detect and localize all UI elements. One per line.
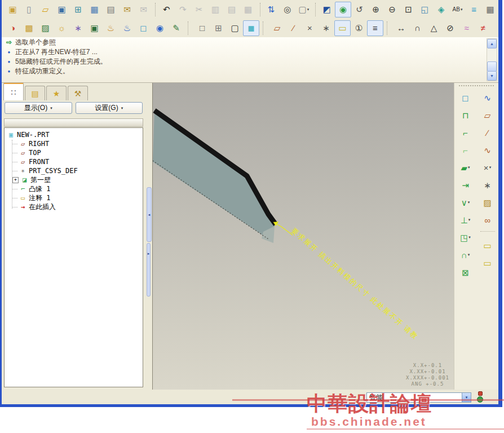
scene-icon[interactable]: ▩: [21, 20, 37, 36]
smt-flange-wall-icon[interactable]: ⌐: [457, 125, 474, 140]
diameter-dim-icon[interactable]: ⊘: [442, 20, 458, 36]
graphics-area[interactable]: 要求展开 搞出开料模的尺寸 此处展不开 请教 X.X+-0.1 X.XX+-0.…: [152, 83, 454, 390]
scroll-down-icon[interactable]: ▼: [487, 71, 497, 81]
smt-form-icon[interactable]: ∩▾: [457, 247, 474, 263]
note-value-icon[interactable]: ①: [351, 20, 367, 36]
tab-model-tree[interactable]: ∷: [3, 82, 24, 100]
print-icon[interactable]: ▤: [103, 2, 119, 17]
tree-item-top[interactable]: ▱TOP: [5, 148, 143, 157]
selection-filter-combobox[interactable]: 智能 ▾: [366, 392, 471, 403]
selection-filter-icon[interactable]: ◉: [335, 2, 351, 17]
paste-icon[interactable]: ▤: [224, 2, 240, 17]
hidden-line-icon[interactable]: ⊞: [210, 20, 227, 36]
collapse-left-handle[interactable]: ◂: [147, 187, 152, 242]
tree-item-prt-csys-def[interactable]: ∗PRT_CSYS_DEF: [5, 166, 143, 175]
plane-display-icon[interactable]: ▱: [269, 20, 285, 36]
regenerate-icon[interactable]: ⇅: [263, 2, 279, 17]
tab-favorites[interactable]: ★: [46, 86, 67, 100]
smt-flat-pattern-icon[interactable]: ⊠: [457, 264, 474, 280]
show-button[interactable]: 显示(O) ▾: [5, 102, 72, 114]
tree-item-new-prt[interactable]: ▣NEW-.PRT: [5, 130, 143, 139]
sketch-tool-icon[interactable]: ∿: [479, 90, 496, 105]
delete-ref-dim-icon[interactable]: ≠: [475, 20, 491, 36]
smt-rip-icon[interactable]: ⇥: [457, 177, 474, 193]
expander-icon[interactable]: +: [12, 177, 19, 183]
smt-unbend-icon[interactable]: ⊥▾: [457, 212, 474, 228]
tree-item-first-wall[interactable]: +◪第一壁: [5, 175, 143, 184]
reference-dim-icon[interactable]: ≈: [458, 20, 475, 36]
room-editor-icon[interactable]: ▨: [37, 20, 54, 36]
message-scrollbar[interactable]: ▲ ▼: [487, 38, 497, 81]
save-status-icon[interactable]: ⊞: [70, 2, 86, 17]
smt-unattached-wall-icon[interactable]: ▰▾: [457, 160, 474, 175]
csys-tool-icon[interactable]: ∗: [479, 177, 496, 193]
render-control-icon[interactable]: ◉: [152, 20, 168, 36]
redo-icon[interactable]: ↷: [175, 2, 191, 17]
no-hidden-icon[interactable]: ▢: [227, 20, 243, 36]
scroll-up-icon[interactable]: ▲: [487, 39, 497, 48]
tree-item-right[interactable]: ▱RIGHT: [5, 139, 143, 148]
scroll-thumb[interactable]: [487, 61, 497, 72]
tree-item-flange-1[interactable]: ⌐凸缘 1: [5, 184, 143, 193]
smt-bend-icon[interactable]: ∨▾: [457, 195, 474, 210]
axis-display-icon[interactable]: ∕: [285, 20, 302, 36]
tree-item-note-1[interactable]: ▭注释 1: [5, 193, 143, 202]
combobox-arrow-icon[interactable]: ▾: [462, 393, 471, 402]
settings-button[interactable]: 设置(G) ▾: [76, 102, 143, 114]
smt-partial-wall-icon[interactable]: ⌐: [457, 142, 474, 158]
open-file-icon[interactable]: ▱: [37, 2, 54, 17]
3d-note-text[interactable]: 要求展开 搞出开料模的尺寸 此处展不开 请教: [290, 226, 420, 341]
lights-icon[interactable]: ☼: [54, 20, 70, 36]
chain-icon[interactable]: ∞: [479, 212, 496, 228]
orient-mode-icon[interactable]: ◱: [417, 2, 433, 17]
render-window-icon[interactable]: ♨: [119, 20, 135, 36]
csys-display-icon[interactable]: ∗: [318, 20, 334, 36]
appearance-icon[interactable]: ◑: [5, 20, 21, 36]
paste-special-icon[interactable]: ▦: [240, 2, 257, 17]
layers-icon[interactable]: ≡: [466, 2, 482, 17]
smt-corner-relief-icon[interactable]: ◳▾: [457, 229, 474, 245]
zoom-out-icon[interactable]: ⊖: [384, 2, 400, 17]
view-repaint-icon[interactable]: ◩: [319, 2, 335, 17]
datum-curve-tool-icon[interactable]: ∿: [479, 142, 496, 158]
smt-extrude-icon[interactable]: ◻: [457, 90, 474, 105]
select-working-directory-icon[interactable]: ▣: [5, 2, 21, 17]
note-tool-icon[interactable]: ▭: [479, 237, 496, 253]
expand-right-handle[interactable]: ▸: [147, 243, 151, 297]
sheetmetal-face[interactable]: [153, 111, 275, 239]
tab-connections[interactable]: ⚒: [68, 86, 88, 100]
datum-plane-tool-icon[interactable]: ▱: [479, 107, 496, 123]
perspective-render-icon[interactable]: ♨: [103, 20, 119, 36]
smt-flat-wall-icon[interactable]: ⊓: [457, 107, 474, 123]
annotation-display-icon[interactable]: ▭: [334, 20, 351, 36]
save-icon[interactable]: ▣: [54, 2, 70, 17]
copy-icon[interactable]: ▥: [207, 2, 224, 17]
note-group-icon[interactable]: ▭: [479, 255, 496, 271]
email-link-icon[interactable]: ✉: [135, 2, 152, 17]
note-leader-icon[interactable]: ≡: [367, 20, 383, 36]
datum-point-tool-icon[interactable]: ×▾: [479, 160, 496, 175]
backup-icon[interactable]: ▦: [86, 2, 103, 17]
effects-icon[interactable]: ∗: [70, 20, 86, 36]
cut-icon[interactable]: ✂: [191, 2, 207, 17]
find-icon[interactable]: ◎: [279, 2, 295, 17]
fly-through-icon[interactable]: ◈: [433, 2, 449, 17]
panel-splitter[interactable]: ◂ ▸: [145, 83, 152, 390]
selection-buffer-icon[interactable]: [476, 391, 484, 403]
render-setup-icon[interactable]: ▣: [86, 20, 103, 36]
tab-folder-browser[interactable]: ▤: [25, 86, 45, 100]
model-display-icon[interactable]: ◻: [135, 20, 152, 36]
send-email-icon[interactable]: ✉: [119, 2, 135, 17]
view-manager-icon[interactable]: ▦: [482, 2, 498, 17]
linear-dim-icon[interactable]: ↔: [393, 20, 409, 36]
select-box-icon[interactable]: ▢▾: [295, 2, 312, 17]
new-file-icon[interactable]: ▯: [21, 2, 37, 17]
use-edge-icon[interactable]: ▨: [479, 195, 496, 210]
refit-icon[interactable]: ⊡: [400, 2, 417, 17]
undo-icon[interactable]: ↶: [158, 2, 175, 17]
datum-axis-tool-icon[interactable]: ∕: [479, 125, 496, 140]
point-display-icon[interactable]: ×: [302, 20, 318, 36]
zoom-in-icon[interactable]: ⊕: [368, 2, 384, 17]
tree-item-insert-here[interactable]: →在此插入: [5, 202, 143, 211]
spin-center-icon[interactable]: ↺: [351, 2, 368, 17]
